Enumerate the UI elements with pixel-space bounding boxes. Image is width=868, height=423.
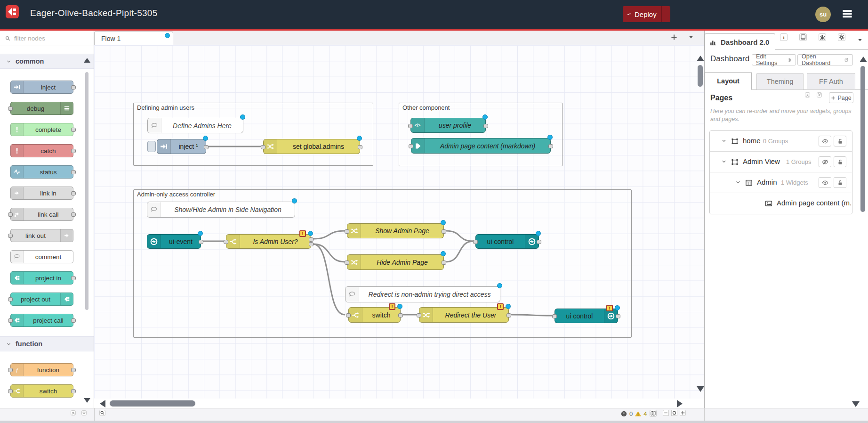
notification-counts[interactable]: 0 4 [620, 410, 647, 417]
output-port[interactable] [548, 144, 553, 148]
visibility-off-button[interactable] [819, 156, 831, 167]
input-port[interactable] [346, 313, 351, 317]
palette-node-project-in[interactable]: project in [10, 271, 73, 285]
output-port[interactable] [71, 149, 76, 153]
node-show-admin-page[interactable]: Show Admin Page [347, 223, 444, 238]
help-tab-button[interactable] [799, 33, 807, 41]
input-port[interactable] [345, 260, 349, 265]
wire[interactable] [313, 231, 345, 239]
palette-scrollbar[interactable] [85, 72, 88, 310]
palette-node-comment[interactable]: comment [10, 250, 73, 263]
output-port[interactable] [506, 313, 511, 317]
node-ui-control[interactable]: ui control [475, 234, 539, 249]
sidebar-scroll-down-icon[interactable] [852, 401, 860, 407]
wire[interactable] [511, 315, 553, 316]
sidebar-tabs-caret[interactable] [857, 37, 863, 43]
unlock-button[interactable] [834, 156, 846, 167]
node-redirect-is-non-admin-trying-direct-access[interactable]: Redirect is non-admin trying direct acce… [345, 286, 500, 302]
output-port[interactable] [442, 229, 446, 234]
palette-node-debug[interactable]: debug [10, 102, 73, 115]
visibility-button[interactable] [819, 136, 831, 146]
flow-canvas[interactable]: Defining admin usersOther componentAdmin… [94, 45, 704, 399]
node-is-admin-user-[interactable]: Is Admin User?! [226, 234, 311, 249]
input-port[interactable] [408, 124, 413, 128]
node-switch[interactable]: switch! [348, 307, 401, 323]
node-define-admins-here[interactable]: Define Admins Here [147, 118, 243, 133]
palette-node-link-call[interactable]: link call [10, 208, 73, 221]
zoom-out-button[interactable] [663, 410, 669, 416]
config-tab-button[interactable] [838, 33, 845, 41]
output-port[interactable] [71, 191, 76, 195]
palette-scroll-up-icon[interactable] [84, 58, 90, 63]
node-redirect-the-user[interactable]: Redirect the User! [419, 307, 509, 323]
sidebar-scrollbar[interactable] [860, 66, 865, 212]
navigator-button[interactable] [650, 410, 657, 417]
tab-layout[interactable]: Layout [705, 72, 752, 90]
palette-node-complete[interactable]: complete [10, 123, 73, 136]
deploy-options-caret[interactable] [662, 12, 670, 17]
tab-ff-auth[interactable]: FF Auth [807, 73, 855, 90]
canvas-search-button[interactable] [99, 410, 105, 416]
inject-trigger-button[interactable] [147, 141, 156, 152]
visibility-button[interactable] [819, 177, 831, 188]
output-port[interactable] [616, 314, 620, 318]
input-port[interactable] [8, 389, 13, 393]
palette-node-link-out[interactable]: link out [10, 229, 73, 242]
output-port[interactable] [71, 212, 76, 217]
add-flow-button[interactable] [670, 33, 678, 41]
output-port[interactable] [71, 276, 76, 280]
canvas-scroll-left-icon[interactable] [100, 400, 105, 407]
input-port[interactable] [417, 313, 421, 317]
output-port[interactable] [309, 242, 313, 246]
output-port[interactable] [71, 170, 76, 174]
tab-theming[interactable]: Theming [756, 73, 804, 90]
node-inject-[interactable]: inject ¹ [157, 139, 206, 154]
unlock-button[interactable] [834, 177, 846, 188]
output-port[interactable] [199, 240, 203, 244]
output-port[interactable] [71, 389, 76, 393]
node-ui-event[interactable]: ui-event [147, 234, 201, 249]
move-up-button[interactable] [805, 92, 810, 98]
canvas-scroll-right-icon[interactable] [677, 400, 683, 407]
palette-node-function[interactable]: ffunction [10, 363, 73, 376]
output-port[interactable] [71, 85, 76, 89]
main-menu-button[interactable] [842, 8, 853, 19]
move-down-button[interactable] [817, 92, 822, 98]
flow-list-caret[interactable] [688, 34, 694, 40]
input-port[interactable] [261, 145, 265, 149]
node-admin-page-content-markdown-[interactable]: Admin page content (markdown) [411, 138, 551, 154]
output-port[interactable] [204, 145, 209, 149]
palette-category-function[interactable]: function [0, 336, 94, 351]
input-port[interactable] [8, 106, 13, 111]
node-show-hide-admin-in-side-navigation[interactable]: Show/Hide Admin in Side Navigation [147, 202, 295, 218]
sidebar-scroll-up-icon[interactable] [860, 57, 867, 62]
input-port[interactable] [8, 212, 13, 217]
wire[interactable] [446, 231, 474, 241]
chevron-down-icon[interactable] [721, 138, 727, 144]
palette-expand-all-button[interactable] [81, 410, 87, 415]
input-port[interactable] [345, 229, 349, 234]
output-port[interactable] [358, 145, 362, 149]
user-avatar[interactable]: su [815, 7, 831, 22]
output-port[interactable] [71, 368, 76, 372]
input-port[interactable] [552, 314, 557, 318]
zoom-reset-button[interactable] [671, 410, 677, 416]
tree-row-admin[interactable]: Admin1 Widgets [710, 172, 852, 193]
output-port[interactable] [71, 128, 76, 132]
node-set-global-admins[interactable]: set global.admins [263, 139, 360, 154]
debug-tab-button[interactable] [819, 33, 826, 41]
deploy-button[interactable]: Deploy [623, 6, 670, 22]
input-port[interactable] [8, 234, 13, 238]
node-ui-control[interactable]: ui control! [555, 309, 618, 323]
input-port[interactable] [8, 318, 13, 323]
tree-row-home[interactable]: home0 Groups [710, 131, 852, 152]
input-port[interactable] [8, 368, 13, 372]
info-tab-button[interactable]: i [780, 33, 788, 41]
input-port[interactable] [8, 297, 13, 301]
palette-node-project-out[interactable]: project out [10, 293, 73, 306]
palette-node-switch[interactable]: switch [10, 384, 73, 398]
tab-dashboard-2[interactable]: Dashboard 2.0 [705, 33, 775, 50]
output-port[interactable] [483, 124, 488, 128]
output-port[interactable] [398, 313, 403, 317]
zoom-in-button[interactable] [680, 410, 686, 416]
